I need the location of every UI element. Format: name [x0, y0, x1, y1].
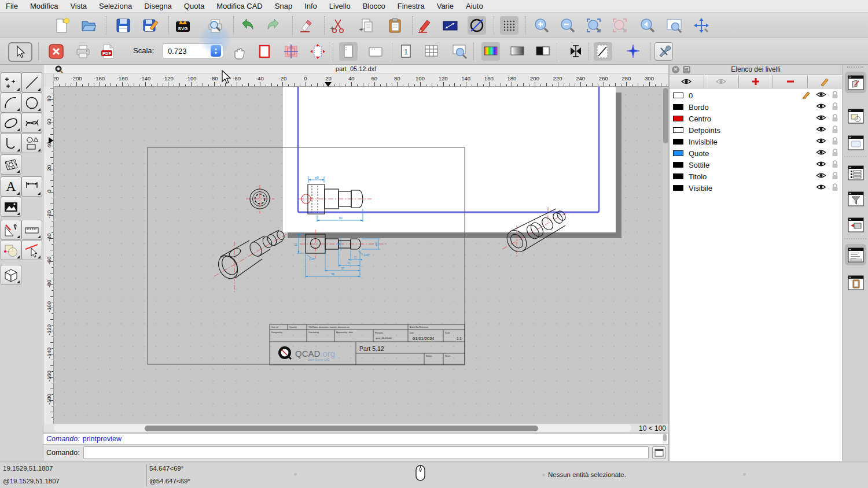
full-color-button[interactable]	[481, 42, 500, 61]
menu-item-aiuto[interactable]: Aiuto	[466, 2, 483, 10]
spline-tool-button[interactable]	[21, 113, 42, 133]
dock-selection-filter-button[interactable]	[845, 188, 866, 209]
redo-button[interactable]	[264, 16, 283, 35]
zoom-in-button[interactable]	[532, 16, 551, 35]
layer-row-centro[interactable]: Centro	[670, 113, 842, 124]
pdf-export-button[interactable]: PDF	[98, 42, 117, 61]
image-tool-button[interactable]	[1, 197, 21, 217]
save-as-button[interactable]	[141, 16, 160, 35]
layer-visible-icon[interactable]	[816, 160, 826, 168]
solid-tool-button[interactable]	[1, 265, 21, 285]
svg-export-button[interactable]: SVG	[174, 16, 192, 35]
history-scrollbar[interactable]	[663, 434, 667, 443]
layer-row-bordo[interactable]: Bordo	[670, 101, 842, 113]
menu-item-blocco[interactable]: Blocco	[363, 2, 385, 10]
menu-item-quota[interactable]: Quota	[184, 2, 204, 10]
dock-command-history-button[interactable]	[845, 244, 866, 265]
new-document-button[interactable]	[53, 16, 71, 35]
line-draft-button[interactable]	[594, 42, 612, 61]
print-button[interactable]	[73, 42, 92, 61]
layer-color-swatch[interactable]	[673, 162, 683, 168]
point-tool-button[interactable]	[1, 72, 21, 93]
dock-clipboard-button[interactable]	[845, 272, 866, 293]
measure-tool-button[interactable]	[21, 220, 42, 240]
layer-lock-icon[interactable]	[832, 149, 838, 157]
layer-row-0[interactable]: 0	[670, 90, 842, 101]
auto-fit-button[interactable]	[567, 42, 585, 61]
text-tool-button[interactable]: A	[1, 176, 21, 197]
layer-row-invisibile[interactable]: Invisibile	[670, 136, 842, 147]
single-page-button[interactable]: 1	[397, 42, 415, 61]
dock-block-list-button[interactable]	[845, 105, 866, 127]
layer-visible-icon[interactable]	[816, 102, 826, 110]
circle-tool-button[interactable]	[21, 93, 42, 113]
cut-button[interactable]	[328, 16, 347, 35]
layer-color-swatch[interactable]	[673, 185, 683, 191]
edit-layer-button[interactable]	[808, 75, 842, 88]
polyline-tool-button[interactable]	[1, 133, 21, 153]
portrait-button[interactable]	[339, 42, 358, 61]
layer-color-swatch[interactable]	[673, 116, 683, 121]
menu-item-snap[interactable]: Snap	[275, 2, 292, 10]
select-entity-button[interactable]	[21, 240, 42, 260]
circle-slash-button[interactable]	[468, 16, 486, 35]
menu-item-file[interactable]: File	[6, 2, 18, 10]
pan-button[interactable]	[692, 16, 711, 35]
layer-lock-icon[interactable]	[832, 172, 838, 180]
dock-layer-list-button[interactable]	[845, 72, 866, 93]
zoom-previous-button[interactable]	[638, 16, 657, 35]
layer-color-swatch[interactable]	[673, 139, 683, 145]
undo-button[interactable]	[238, 16, 256, 35]
line-tool-button[interactable]	[21, 72, 42, 93]
layer-lock-icon[interactable]	[832, 125, 838, 134]
grayscale-button[interactable]	[508, 42, 527, 61]
drawing-canvas[interactable]: ø8 61	[54, 87, 663, 424]
layer-lock-icon[interactable]	[832, 160, 838, 168]
modify-tool-button[interactable]	[1, 240, 21, 260]
layer-row-sottile[interactable]: Sottile	[670, 159, 842, 171]
canvas-vertical-scrollbar[interactable]	[663, 87, 668, 424]
dock-property-editor-button[interactable]	[845, 162, 866, 183]
layer-visible-icon[interactable]	[816, 149, 826, 156]
menu-item-varie[interactable]: Varie	[437, 2, 454, 10]
arc-tool-button[interactable]	[1, 93, 21, 113]
crop-marks-button[interactable]	[282, 42, 300, 61]
horizontal-scrollbar-thumb[interactable]	[145, 426, 538, 431]
layer-visible-icon[interactable]	[816, 114, 826, 121]
measure-distance-button[interactable]	[441, 16, 459, 35]
zoom-auto-button[interactable]	[584, 16, 603, 35]
paper-position-button[interactable]	[308, 42, 327, 61]
layer-visible-icon[interactable]	[816, 183, 826, 191]
scale-spinner[interactable]: 0.723 ▲▼	[162, 43, 223, 58]
layer-color-swatch[interactable]	[673, 104, 683, 110]
menu-item-livello[interactable]: Livello	[329, 2, 351, 10]
paste-button[interactable]	[385, 16, 404, 35]
shape-tool-button[interactable]	[21, 133, 42, 153]
move-paper-button[interactable]	[230, 45, 249, 63]
canvas-horizontal-scrollbar[interactable]	[54, 424, 631, 432]
dimension-tool-button[interactable]	[21, 176, 42, 197]
menu-item-modifica-cad[interactable]: Modifica CAD	[216, 2, 262, 10]
menu-item-vista[interactable]: Vista	[70, 2, 87, 10]
layer-visible-icon[interactable]	[816, 172, 826, 179]
hatch-tool-button[interactable]	[1, 154, 21, 175]
layer-lock-icon[interactable]	[832, 137, 838, 145]
select-tool-button[interactable]	[8, 42, 32, 62]
layer-visible-icon[interactable]	[816, 91, 826, 98]
layer-row-defpoints[interactable]: Defpoints	[670, 124, 842, 136]
remove-layer-button[interactable]	[773, 75, 808, 88]
draw-pencil-button[interactable]	[415, 16, 433, 35]
vertical-scrollbar-thumb[interactable]	[663, 88, 668, 143]
menu-item-seleziona[interactable]: Seleziona	[99, 2, 132, 10]
black-white-button[interactable]	[534, 42, 552, 61]
hide-all-layers-button[interactable]	[704, 75, 739, 88]
crosshair-button[interactable]	[624, 42, 642, 61]
dock-library-browser-button[interactable]	[845, 214, 866, 235]
zoom-page-button[interactable]	[451, 42, 469, 61]
zoom-selection-button[interactable]	[610, 16, 629, 35]
toggle-history-button[interactable]	[652, 446, 666, 459]
open-button[interactable]	[79, 16, 98, 35]
dock-view-list-button[interactable]	[845, 132, 866, 153]
copy-button[interactable]	[357, 16, 376, 35]
cad-tools-button[interactable]	[1, 220, 21, 240]
